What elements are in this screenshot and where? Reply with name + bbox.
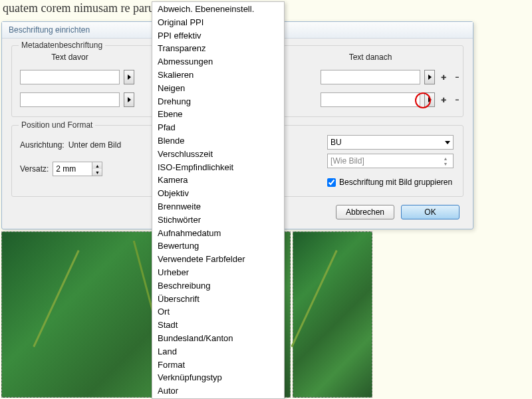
offset-input[interactable] bbox=[53, 162, 92, 176]
text-after-input-1[interactable] bbox=[321, 70, 420, 84]
text-before-label: Text davor bbox=[20, 53, 120, 62]
remove-row-button-2[interactable] bbox=[452, 95, 462, 104]
menu-item[interactable]: Beschreibung bbox=[152, 279, 284, 293]
position-format-title: Position und Format bbox=[19, 120, 95, 130]
menu-item[interactable]: Urheber bbox=[152, 266, 284, 279]
menu-item[interactable]: Abweich. Ebeneneinstell. bbox=[152, 3, 284, 16]
menu-item[interactable]: Drehung bbox=[152, 95, 284, 108]
text-after-label: Text danach bbox=[321, 53, 420, 62]
chevron-down-icon bbox=[445, 141, 450, 144]
offset-spinbox[interactable]: ▲▼ bbox=[53, 162, 102, 176]
cancel-button[interactable]: Abbrechen bbox=[336, 205, 394, 219]
offset-label: Versatz: bbox=[20, 164, 49, 174]
menu-item[interactable]: Ort bbox=[152, 305, 284, 319]
menu-item[interactable]: Neigen bbox=[152, 82, 284, 95]
text-before-input-2[interactable] bbox=[20, 92, 120, 107]
metadata-caption-title: Metadatenbeschriftung bbox=[19, 41, 105, 50]
chevron-right-icon bbox=[428, 74, 432, 80]
menu-item[interactable]: Bewertung bbox=[152, 239, 284, 253]
text-before-input-1[interactable] bbox=[20, 70, 120, 84]
menu-item[interactable]: ISO-Empfindlichkeit bbox=[152, 161, 284, 174]
menu-item[interactable]: Autor bbox=[152, 384, 284, 398]
text-after-input-2[interactable] bbox=[321, 92, 420, 107]
menu-item[interactable]: Verschlusszeit bbox=[152, 148, 284, 161]
ok-button[interactable]: OK bbox=[401, 205, 460, 219]
group-with-image-checkbox[interactable]: Beschriftung mit Bild gruppieren bbox=[327, 178, 454, 187]
spin-down-icon[interactable]: ▼ bbox=[92, 169, 102, 176]
menu-item[interactable]: PPI effektiv bbox=[152, 29, 284, 43]
text-after-menu-1[interactable] bbox=[424, 70, 435, 84]
menu-item[interactable]: Stadt bbox=[152, 319, 284, 332]
spin-down-icon: ▼ bbox=[441, 161, 450, 166]
menu-item[interactable]: Bundesland/Kanton bbox=[152, 332, 284, 345]
chevron-right-icon bbox=[128, 97, 131, 102]
chevron-right-icon bbox=[128, 74, 131, 80]
menu-item[interactable]: Objektiv bbox=[152, 187, 284, 200]
layer-select[interactable]: [Wie Bild] ▲▼ bbox=[327, 154, 454, 168]
menu-item[interactable]: Kamera bbox=[152, 174, 284, 187]
text-before-menu-2[interactable] bbox=[124, 92, 134, 107]
menu-item[interactable]: Skalieren bbox=[152, 68, 284, 82]
menu-item[interactable]: Format bbox=[152, 358, 284, 372]
menu-item[interactable]: Brennweite bbox=[152, 200, 284, 213]
paragraph-style-value: BU bbox=[331, 138, 342, 147]
layer-value: [Wie Bild] bbox=[331, 156, 364, 166]
menu-item[interactable]: Land bbox=[152, 345, 284, 358]
group-checkbox-input[interactable] bbox=[327, 178, 336, 187]
add-row-button-1[interactable] bbox=[439, 72, 448, 82]
menu-item[interactable]: Ebene bbox=[152, 108, 284, 121]
paragraph-style-select[interactable]: BU bbox=[327, 135, 454, 150]
menu-item[interactable]: Stichwörter bbox=[152, 213, 284, 227]
add-row-button-2[interactable] bbox=[439, 95, 448, 104]
menu-item[interactable]: Aufnahmedatum bbox=[152, 227, 284, 240]
chevron-right-icon bbox=[428, 97, 432, 102]
remove-row-button-1[interactable] bbox=[452, 72, 462, 82]
alignment-value: Unter dem Bild bbox=[68, 140, 121, 150]
menu-item[interactable]: Transparenz bbox=[152, 42, 284, 55]
alignment-label: Ausrichtung: bbox=[20, 140, 65, 150]
spin-up-icon[interactable]: ▲ bbox=[92, 162, 102, 169]
menu-item[interactable]: Verknüpfungstyp bbox=[152, 371, 284, 384]
metadata-dropdown-menu: Abweich. Ebeneneinstell.Original PPIPPI … bbox=[152, 1, 285, 399]
menu-item[interactable]: Blende bbox=[152, 134, 284, 148]
spin-up-icon: ▲ bbox=[441, 156, 450, 161]
menu-item[interactable]: Verwendete Farbfelder bbox=[152, 253, 284, 266]
text-before-menu-1[interactable] bbox=[124, 70, 134, 84]
image-frame-right[interactable] bbox=[293, 231, 372, 398]
text-after-menu-2[interactable] bbox=[424, 92, 435, 107]
menu-item[interactable]: Überschrift bbox=[152, 293, 284, 306]
group-checkbox-label: Beschriftung mit Bild gruppieren bbox=[339, 178, 452, 187]
menu-item[interactable]: Abmessungen bbox=[152, 55, 284, 68]
menu-item[interactable]: Pfad bbox=[152, 121, 284, 134]
menu-item[interactable]: Original PPI bbox=[152, 16, 284, 29]
